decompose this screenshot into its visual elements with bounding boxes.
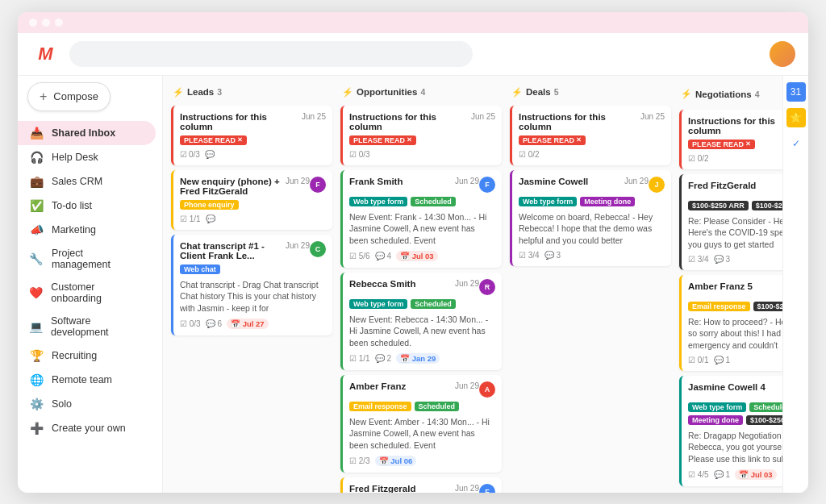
- card-title: Instructions for this column: [688, 116, 782, 135]
- sidebar-item-recruiting[interactable]: 🏆 Recruiting: [18, 344, 156, 368]
- tag-scheduled: Scheduled: [415, 402, 460, 411]
- column-header-negotiations: ⚡ Negotiations 4 + ⋯: [679, 84, 782, 105]
- card-fred-fitzgerald-opp[interactable]: Fred Fitzgerald Jun 29 F Phone enquiry N…: [340, 477, 502, 493]
- sidebar-item-label: Recruiting: [52, 350, 97, 361]
- sidebar-item-create-own[interactable]: ➕ Create your own: [18, 416, 156, 440]
- comment-icon: 💬: [205, 150, 215, 159]
- tag-web-form: Web type form: [688, 402, 746, 412]
- card-date: Jun 29: [286, 241, 310, 250]
- card-body: Re: Please Consider - Hey guys, Here's t…: [688, 215, 782, 251]
- card-body: New Event: Amber - 14:30 Mon... - Hi Jas…: [349, 416, 495, 452]
- avatar[interactable]: [770, 41, 795, 67]
- card-chat-transcript-leads[interactable]: Chat transcript #1 - Client Frank Le... …: [171, 235, 332, 335]
- card-fred-fitzgerald-neg[interactable]: Fred FitzGerald Jun 29 F $100-$250 ARR $…: [679, 174, 782, 270]
- card-instructions-leads[interactable]: Instructions for this column Jun 25 PLEA…: [171, 106, 332, 165]
- negotiations-icon: ⚡: [681, 89, 692, 99]
- calendar-icon[interactable]: 31: [786, 82, 806, 102]
- date-badge: 📅 Jul 06: [375, 456, 417, 466]
- opportunities-icon: ⚡: [342, 87, 353, 98]
- app-container: M + Compose 📥 Shared Inbox 🎧 Help Desk: [18, 33, 808, 493]
- card-date: Jun 29: [286, 177, 310, 185]
- card-footer: ☑ 1/1 💬: [180, 215, 326, 223]
- sidebar-item-label: Solo: [52, 398, 72, 410]
- star-icon[interactable]: ⭐: [786, 108, 806, 127]
- search-bar[interactable]: [69, 41, 473, 67]
- sidebar-item-sales-crm[interactable]: 💼 Sales CRM: [18, 169, 156, 194]
- sidebar-item-remote-team[interactable]: 🌐 Remote team: [18, 368, 156, 392]
- card-body: Welcome on board, Rebecca! - Hey Rebecca…: [519, 211, 665, 247]
- card-avatar: C: [310, 241, 326, 257]
- card-date: Jun 25: [471, 112, 495, 121]
- sidebar-item-label: Marketing: [52, 224, 96, 235]
- card-jasmine-cowell-deals[interactable]: Jasmine Cowell Jun 29 J Web type form Me…: [510, 170, 671, 266]
- card-new-enquiry-leads[interactable]: New enquiry (phone) + Fred FitzGerald Ju…: [171, 170, 332, 230]
- top-bar: M: [18, 33, 808, 76]
- tag-arr: $100-$250 ARR: [688, 201, 749, 210]
- marketing-icon: 📣: [29, 223, 44, 236]
- tag-please-read: PLEASE READ ✕: [688, 140, 755, 149]
- tags-row: Email response $100-$250 ARR: [688, 302, 782, 313]
- card-amber-franz-opp[interactable]: Amber Franz Jun 29 A Email response Sche…: [340, 375, 502, 473]
- tag-meeting-done: Meeting done: [580, 197, 635, 206]
- sidebar-item-label: Create your own: [52, 423, 126, 434]
- card-amber-franz-neg[interactable]: Amber Franz 5 Jun 29 A Email response $1…: [679, 275, 782, 371]
- card-title: Chat transcript #1 - Client Frank Le...: [180, 241, 282, 260]
- card-instructions-opp[interactable]: Instructions for this column Jun 25 PLEA…: [340, 106, 502, 165]
- check-count: ☑ 3/4: [688, 255, 709, 264]
- negotiations-title: Negotiations: [695, 90, 752, 99]
- card-footer: ☑ 0/2: [688, 154, 782, 163]
- card-footer: ☑ 1/1 💬 2 📅 Jan 29: [349, 353, 495, 364]
- card-rebecca-smith[interactable]: Rebecca Smith Jun 29 R Web type form Sch…: [340, 273, 502, 370]
- tag-web-form: Web type form: [519, 197, 577, 206]
- card-footer: ☑ 3/4 💬 3: [688, 255, 782, 264]
- sidebar-item-shared-inbox[interactable]: 📥 Shared Inbox: [18, 121, 156, 145]
- card-instructions-deals[interactable]: Instructions for this column Jun 25 PLEA…: [510, 106, 671, 165]
- compose-plus-icon: +: [40, 90, 47, 104]
- check-count: ☑ 3/4: [519, 251, 540, 260]
- tag-web-chat: Web chat: [180, 264, 220, 274]
- card-avatar: F: [310, 177, 326, 193]
- browser-dot-1: [29, 19, 37, 27]
- tag-web-form: Web type form: [349, 197, 407, 206]
- card-instructions-neg[interactable]: Instructions for this column Jun 29 PLEA…: [679, 110, 782, 169]
- leads-title: Leads: [187, 87, 214, 97]
- check-icon[interactable]: ✓: [786, 134, 806, 153]
- compose-button[interactable]: + Compose: [27, 82, 111, 111]
- card-footer: ☑ 5/6 💬 4 📅 Jul 03: [349, 251, 495, 261]
- right-panel: 31 ⭐ ✓: [782, 76, 808, 493]
- tag-email: Email response: [688, 302, 750, 311]
- column-header-deals: ⚡ Deals 5: [510, 84, 671, 101]
- sidebar-item-help-desk[interactable]: 🎧 Help Desk: [18, 145, 156, 169]
- card-date: Jun 25: [302, 112, 326, 121]
- sidebar-item-marketing[interactable]: 📣 Marketing: [18, 218, 156, 242]
- solo-icon: ⚙️: [29, 398, 44, 410]
- content-area: ⚡ Leads 3 Instructions for this column J…: [163, 76, 782, 493]
- card-body: Re: How to proceed? - Hey Rafael, I'm so…: [688, 316, 782, 352]
- sidebar-item-label: Project management: [52, 248, 144, 270]
- card-jasmine-cowell-neg[interactable]: Jasmine Cowell 4 Jun 28 J Web type form …: [679, 376, 782, 486]
- sidebar-item-label: Remote team: [52, 374, 112, 385]
- leads-icon: ⚡: [173, 87, 184, 98]
- sidebar-item-solo[interactable]: ⚙️ Solo: [18, 392, 156, 416]
- comment-icon: 💬: [206, 215, 215, 223]
- card-body: Re: Dragapp Negotiation - Hey Rebecca, y…: [688, 430, 782, 465]
- check-count: ☑ 0/3: [180, 319, 201, 328]
- sidebar-item-todo[interactable]: ✅ To-do list: [18, 194, 156, 218]
- sidebar-item-customer-onboarding[interactable]: ❤️ Customer onboarding: [18, 276, 156, 310]
- card-avatar: J: [649, 177, 665, 193]
- opportunities-count: 4: [420, 87, 425, 97]
- tag-web-form: Web type form: [349, 299, 407, 309]
- comment-count: 💬 1: [714, 470, 730, 479]
- check-count: ☑ 5/6: [349, 252, 370, 260]
- sidebar-item-project-mgmt[interactable]: 🔧 Project management: [18, 242, 156, 276]
- card-footer: ☑ 0/3 💬: [180, 150, 326, 159]
- sidebar-item-label: Sales CRM: [52, 176, 102, 187]
- card-frank-smith[interactable]: Frank Smith Jun 29 F Web type form Sched…: [340, 170, 502, 268]
- card-body: New Event: Frank - 14:30 Mon... - Hi Jas…: [349, 211, 495, 247]
- negotiations-count: 4: [755, 90, 760, 99]
- kanban-column-opportunities: ⚡ Opportunities 4 Instructions for this …: [340, 84, 502, 485]
- tag-arr: $100-$250 ARR: [746, 415, 782, 425]
- date-badge: 📅 Jul 27: [227, 319, 269, 329]
- sidebar-item-software-dev[interactable]: 💻 Software development: [18, 310, 156, 344]
- tags-row: Web type form Scheduled: [349, 197, 495, 208]
